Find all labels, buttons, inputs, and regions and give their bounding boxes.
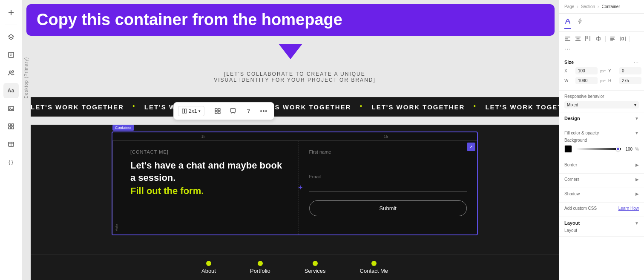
layout-section: Layout ▼ Layout <box>559 217 644 237</box>
size-section: Size ··· X px* Y px* W px* H px* <box>559 56 644 91</box>
border-label: Border <box>564 163 577 167</box>
design-section-header: Design ▼ <box>564 116 639 121</box>
opacity-slider[interactable] <box>576 148 621 150</box>
image-icon-btn[interactable] <box>3 101 19 116</box>
widgets-icon-btn[interactable] <box>3 119 19 134</box>
text-align-icon[interactable] <box>608 34 617 43</box>
tab-lightning[interactable] <box>576 16 583 29</box>
toolbar-divider-2 <box>630 36 630 42</box>
tab-design[interactable] <box>564 16 571 29</box>
footer-nav-portfolio[interactable]: Portfolio <box>250 261 270 274</box>
svg-rect-12 <box>9 124 11 126</box>
layout-selector[interactable]: 2x1 ▾ <box>178 106 204 116</box>
team-icon-btn[interactable] <box>3 65 19 80</box>
shadow-arrow[interactable]: ▶ <box>635 191 639 196</box>
contact-left-panel: [CONTACT ME] Let's have a chat and maybe… <box>120 141 299 234</box>
email-input[interactable] <box>309 182 467 192</box>
responsive-dropdown[interactable]: Mixed ▾ <box>564 101 639 109</box>
svg-line-3 <box>9 38 11 40</box>
footer-dot-about <box>206 261 211 266</box>
svg-rect-21 <box>215 109 217 111</box>
svg-rect-24 <box>218 111 220 114</box>
footer-nav-about[interactable]: About <box>201 261 216 274</box>
responsive-row: Responsive behavior <box>564 94 639 99</box>
y-input[interactable] <box>619 67 641 74</box>
panel-collapse-btn[interactable]: ‹ <box>559 4 559 16</box>
distribute-icon[interactable] <box>618 34 627 43</box>
breadcrumb-container: Container <box>601 4 620 9</box>
border-arrow[interactable]: ▶ <box>635 163 639 167</box>
align-top-icon[interactable] <box>584 34 592 43</box>
h-input[interactable] <box>619 77 641 84</box>
color-preview[interactable] <box>564 145 572 153</box>
fill-section-header: Fill color & opacity ▼ <box>564 131 639 135</box>
footer-nav: About Portfolio Services Contact Me <box>31 254 559 280</box>
add-button[interactable] <box>3 5 19 20</box>
email-label: Email <box>309 174 467 179</box>
svg-rect-5 <box>9 52 14 57</box>
svg-rect-13 <box>12 124 14 126</box>
svg-line-4 <box>11 38 14 40</box>
grid-ruler: 1fr 1fr <box>112 132 477 141</box>
learn-how-link[interactable]: Learn How <box>618 206 639 211</box>
help-btn[interactable]: ? <box>242 105 254 117</box>
code-icon-btn[interactable]: { } <box>3 154 19 170</box>
pages-icon-btn[interactable] <box>3 47 19 63</box>
more-options-icon[interactable]: ··· <box>564 45 572 53</box>
svg-point-11 <box>9 107 10 108</box>
opacity-value: 100 <box>625 147 632 151</box>
size-dots[interactable]: ··· <box>634 60 639 65</box>
align-middle-icon[interactable] <box>594 34 603 43</box>
marquee-text: LET'S WORK TOGETHER ● LET'S WORK TOGETHE… <box>31 103 559 111</box>
border-section: Border ▶ <box>559 159 644 174</box>
alignment-toolbar: ··· <box>559 32 644 56</box>
grid-cell-left: 1fr <box>112 132 295 140</box>
submit-button[interactable]: Submit <box>309 200 467 216</box>
breadcrumb-section: Section <box>581 4 595 9</box>
expand-icon[interactable]: ↗ <box>467 143 475 151</box>
contact-heading: Let's have a chat and maybe book a sessi… <box>130 160 288 184</box>
more-btn[interactable]: ••• <box>258 105 270 117</box>
table-icon-btn[interactable] <box>3 137 19 152</box>
svg-marker-2 <box>9 34 14 38</box>
first-name-input[interactable] <box>309 157 467 167</box>
svg-rect-15 <box>12 127 14 129</box>
layout-sub-label: Layout <box>564 228 639 233</box>
align-center-icon[interactable] <box>574 34 582 43</box>
layers-icon-btn[interactable] <box>3 29 19 45</box>
plus-add-icon[interactable]: + <box>298 183 303 192</box>
design-arrow[interactable]: ▼ <box>635 116 639 121</box>
fill-arrow[interactable]: ▼ <box>635 131 639 135</box>
marquee-item: LET'S WORK TOGETHER <box>31 103 124 111</box>
selected-container[interactable]: Container 1fr 1fr Auto [CONTACT ME] Let'… <box>112 131 478 235</box>
svg-point-8 <box>9 71 11 73</box>
layout-title: Layout <box>564 220 580 226</box>
h-label: H <box>608 78 617 83</box>
grid-view-btn[interactable] <box>212 105 224 117</box>
w-input[interactable] <box>575 77 598 84</box>
footer-nav-services[interactable]: Services <box>305 261 326 274</box>
first-name-label: First name <box>309 149 467 154</box>
svg-rect-22 <box>218 109 220 111</box>
text-icon-btn[interactable]: Aa <box>3 83 19 98</box>
x-input[interactable] <box>575 67 598 74</box>
svg-point-9 <box>12 71 14 72</box>
chat-btn[interactable] <box>227 105 239 117</box>
layout-section-header: Layout ▼ <box>564 220 639 226</box>
svg-rect-23 <box>215 111 217 114</box>
marquee-item: LET'S WORK TOGETHER <box>372 103 465 111</box>
background-label: Background <box>564 138 639 143</box>
sidebar-divider <box>5 25 17 25</box>
y-label: Y <box>608 69 617 73</box>
responsive-value: Mixed <box>567 103 578 107</box>
w-label: W <box>564 78 573 83</box>
opacity-thumb <box>616 147 620 151</box>
align-left-icon[interactable] <box>564 34 572 43</box>
corners-arrow[interactable]: ▶ <box>635 177 639 182</box>
footer-nav-contact[interactable]: Contact Me <box>360 261 388 274</box>
contact-form-area: Auto [CONTACT ME] Let's have a chat and … <box>112 141 477 234</box>
design-label: Design <box>564 116 580 121</box>
corners-section: Corners ▶ <box>559 174 644 188</box>
svg-rect-25 <box>230 109 236 112</box>
layout-arrow[interactable]: ▼ <box>635 221 639 226</box>
